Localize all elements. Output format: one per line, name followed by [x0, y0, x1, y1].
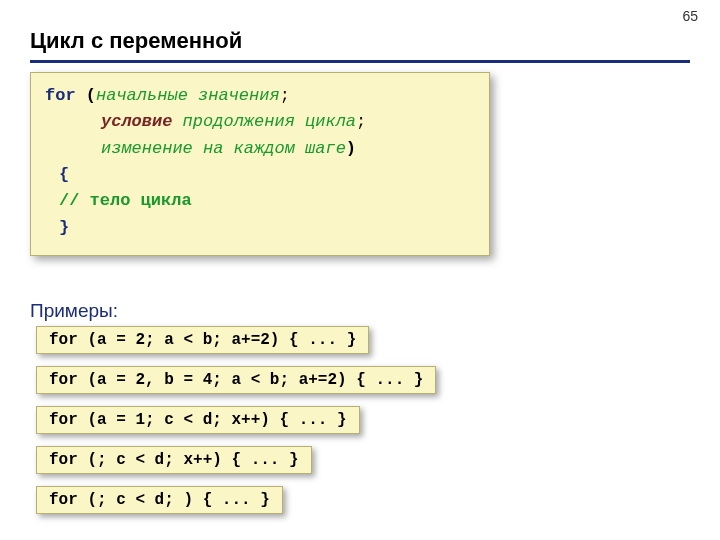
- page-title: Цикл с переменной: [30, 28, 242, 54]
- semi-2: ;: [356, 112, 366, 131]
- body-comment: // тело цикла: [45, 188, 475, 214]
- brace-open: {: [45, 162, 475, 188]
- syntax-line-1: for (начальные значения;: [45, 83, 475, 109]
- example-row: for (; c < d; x++) { ... }: [36, 446, 312, 474]
- title-underline: [30, 60, 690, 63]
- arg-cond-rest: продолжения цикла: [172, 112, 356, 131]
- arg-init: начальные значения: [96, 86, 280, 105]
- example-row: for (a = 2, b = 4; a < b; a+=2) { ... }: [36, 366, 436, 394]
- syntax-line-2: условие продолжения цикла;: [45, 109, 475, 135]
- open-paren: (: [86, 86, 96, 105]
- arg-step: изменение на каждом шаге: [101, 139, 346, 158]
- keyword-for: for: [45, 86, 76, 105]
- example-row: for (a = 1; c < d; x++) { ... }: [36, 406, 360, 434]
- syntax-box: for (начальные значения; условие продолж…: [30, 72, 490, 256]
- page-number: 65: [682, 8, 698, 24]
- examples-heading: Примеры:: [30, 300, 118, 322]
- example-row: for (a = 2; a < b; a+=2) { ... }: [36, 326, 369, 354]
- close-paren: ): [346, 139, 356, 158]
- example-row: for (; c < d; ) { ... }: [36, 486, 283, 514]
- arg-cond-strong: условие: [101, 112, 172, 131]
- brace-close: }: [45, 215, 475, 241]
- semi-1: ;: [280, 86, 290, 105]
- syntax-line-3: изменение на каждом шаге): [45, 136, 475, 162]
